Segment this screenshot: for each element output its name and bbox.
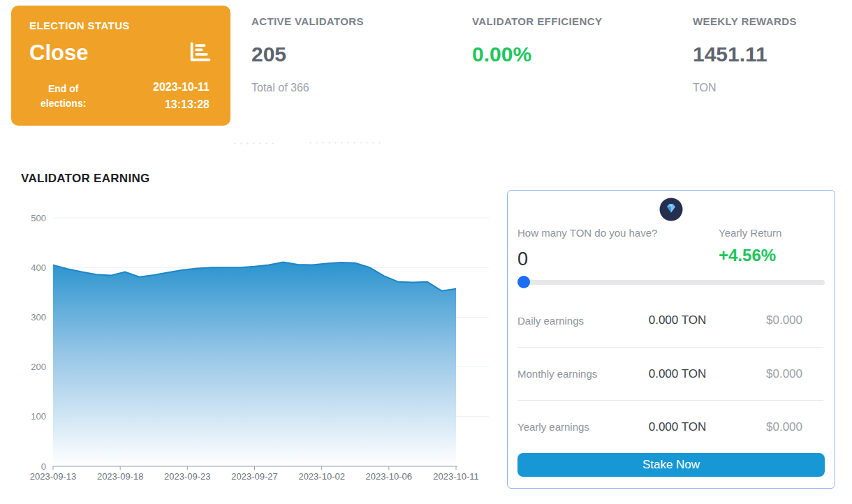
faint-artifact <box>307 140 383 147</box>
validator-earning-chart[interactable]: 01002003004005002023-09-132023-09-182023… <box>0 209 496 496</box>
stat-value: 0.00% <box>472 43 602 66</box>
x-tick-label: 2023-10-02 <box>298 471 345 482</box>
x-tick-label: 2023-10-11 <box>433 471 479 482</box>
area-fill <box>53 262 456 466</box>
stat-active-validators: ACTIVE VALIDATORS 205 Total of 366 <box>251 15 364 94</box>
stat-validator-efficiency: VALIDATOR EFFICIENCY 0.00% <box>472 15 602 66</box>
dashboard: ELECTION STATUS Close End of elections: … <box>0 0 852 504</box>
ton-amount-input[interactable]: 0 <box>517 249 657 270</box>
x-tick-label: 2023-09-13 <box>30 471 77 482</box>
x-tick-label: 2023-09-27 <box>231 471 278 482</box>
bar-chart-icon <box>187 38 214 68</box>
x-tick-label: 2023-09-18 <box>97 471 144 482</box>
y-tick-label: 300 <box>31 312 46 323</box>
chart-title: VALIDATOR EARNING <box>21 172 150 186</box>
y-tick-label: 500 <box>31 213 46 223</box>
row-label: Yearly earnings <box>517 421 628 433</box>
end-of-elections-datetime: 2023-10-11 13:13:28 <box>153 79 210 114</box>
stat-label: WEEKLY REWARDS <box>693 15 797 27</box>
row-usd-value: $0.000 <box>727 367 802 381</box>
y-tick-label: 200 <box>31 362 46 372</box>
stat-value: 1451.11 <box>693 43 797 66</box>
election-status-card: ELECTION STATUS Close End of elections: … <box>11 6 230 126</box>
yearly-earnings-row: Yearly earnings 0.000 TON $0.000 <box>517 400 823 453</box>
calc-left-column: How many TON do you have? 0 <box>517 227 657 270</box>
row-ton-value: 0.000 TON <box>628 313 727 327</box>
y-tick-label: 100 <box>31 411 46 422</box>
election-status-title: ELECTION STATUS <box>29 20 214 31</box>
election-status-value: Close <box>29 40 88 66</box>
yearly-return-label: Yearly Return <box>719 227 823 239</box>
yearly-return-value: +4.56% <box>719 246 823 265</box>
daily-earnings-row: Daily earnings 0.000 TON $0.000 <box>517 294 823 347</box>
y-tick-label: 400 <box>31 262 46 273</box>
x-tick-label: 2023-09-23 <box>164 471 211 482</box>
row-usd-value: $0.000 <box>727 313 802 327</box>
stat-value: 205 <box>251 43 364 66</box>
gem-icon <box>659 198 683 221</box>
yearly-return-block: Yearly Return +4.56% <box>719 227 823 270</box>
y-tick-label: 0 <box>41 461 46 472</box>
stat-label: ACTIVE VALIDATORS <box>251 15 364 27</box>
stat-subtext: Total of 366 <box>251 82 364 94</box>
end-of-elections-label: End of elections: <box>41 82 86 111</box>
row-label: Daily earnings <box>517 315 628 327</box>
x-tick-label: 2023-10-06 <box>366 471 413 482</box>
stat-weekly-rewards: WEEKLY REWARDS 1451.11 TON <box>693 15 797 94</box>
row-usd-value: $0.000 <box>727 420 802 434</box>
row-ton-value: 0.000 TON <box>628 367 727 381</box>
staking-calculator-panel: How many TON do you have? 0 Yearly Retur… <box>507 190 835 489</box>
slider-track[interactable] <box>517 280 825 285</box>
faint-artifact <box>232 141 278 147</box>
stat-label: VALIDATOR EFFICIENCY <box>472 15 602 27</box>
slider-thumb[interactable] <box>517 276 530 288</box>
row-label: Monthly earnings <box>517 368 628 380</box>
ton-amount-question: How many TON do you have? <box>517 227 657 239</box>
monthly-earnings-row: Monthly earnings 0.000 TON $0.000 <box>517 347 823 400</box>
row-ton-value: 0.000 TON <box>628 420 727 434</box>
stat-subtext: TON <box>693 82 797 94</box>
ton-amount-slider[interactable] <box>517 276 825 288</box>
stake-now-button[interactable]: Stake Now <box>517 453 825 477</box>
